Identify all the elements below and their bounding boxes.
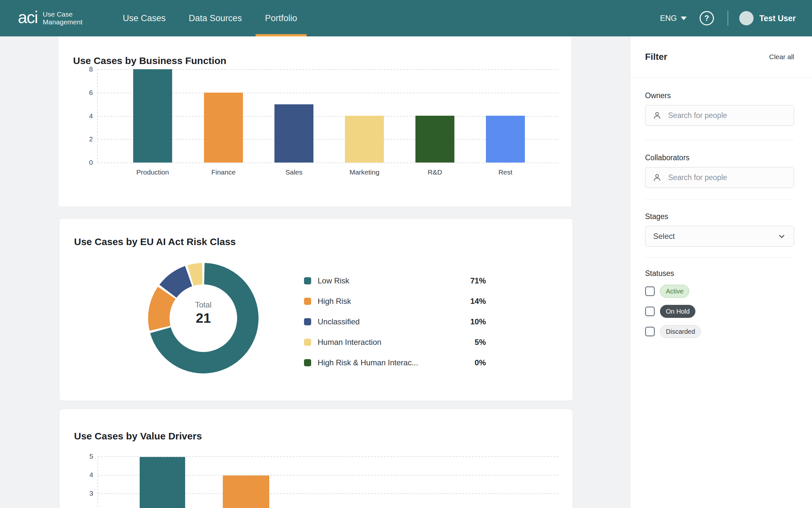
y-tick-label: 8 bbox=[79, 65, 93, 73]
status-badge-discarded[interactable]: Discarded bbox=[660, 325, 701, 338]
y-tick-label: 5 bbox=[79, 453, 93, 460]
legend-swatch bbox=[304, 277, 311, 284]
legend-swatch bbox=[304, 298, 311, 305]
y-tick-label: 4 bbox=[79, 471, 93, 479]
value-drivers-plot: 543 bbox=[98, 456, 558, 508]
status-badge-active[interactable]: Active bbox=[660, 285, 689, 298]
legend-label: Human Interaction bbox=[318, 338, 475, 347]
logo-line2: Management bbox=[43, 18, 83, 26]
logo-subtitle: Use Case Management bbox=[43, 10, 83, 26]
top-navbar: aci Use Case Management Use CasesData So… bbox=[0, 0, 812, 36]
legend-percentage: 71% bbox=[470, 276, 486, 285]
legend-item-unclassified[interactable]: Unclassified10% bbox=[304, 311, 486, 332]
y-tick-label: 6 bbox=[79, 89, 93, 96]
status-badge-on-hold[interactable]: On Hold bbox=[660, 305, 696, 318]
legend-item-high-risk-human-interac[interactable]: High Risk & Human Interac...0% bbox=[304, 352, 486, 373]
stages-select[interactable]: Select bbox=[645, 226, 794, 247]
statuses-label: Statuses bbox=[645, 269, 794, 278]
legend-percentage: 5% bbox=[475, 338, 486, 347]
legend-swatch bbox=[304, 339, 311, 346]
x-axis-label: Marketing bbox=[329, 168, 400, 176]
app-logo[interactable]: aci Use Case Management bbox=[18, 0, 83, 36]
section-divider bbox=[645, 257, 794, 257]
donut-center: Total 21 bbox=[168, 300, 239, 327]
legend-percentage: 0% bbox=[475, 358, 486, 367]
y-tick-label: 3 bbox=[79, 490, 93, 497]
help-glyph: ? bbox=[705, 14, 709, 23]
bar-rest bbox=[486, 116, 525, 163]
nav-item-portfolio[interactable]: Portfolio bbox=[256, 0, 306, 36]
legend-swatch bbox=[304, 318, 311, 325]
language-label: ENG bbox=[660, 14, 677, 23]
status-checkbox-on-hold[interactable] bbox=[645, 306, 655, 316]
portfolio-page: aci Use Case Management Use CasesData So… bbox=[0, 0, 812, 508]
filter-header: Filter Clear all bbox=[630, 36, 812, 78]
status-row-discarded: Discarded bbox=[645, 325, 794, 338]
bar-value-driver-2 bbox=[223, 475, 269, 508]
stages-select-value: Select bbox=[653, 232, 675, 241]
y-axis-line bbox=[97, 456, 98, 508]
bar-sales bbox=[275, 104, 314, 163]
person-icon bbox=[653, 111, 661, 120]
bar-r-d bbox=[416, 116, 455, 163]
legend-label: Low Risk bbox=[318, 276, 470, 285]
owners-search-box bbox=[645, 105, 794, 126]
chevron-down-icon bbox=[681, 16, 687, 20]
risk-class-title: Use Cases by EU AI Act Risk Class bbox=[74, 236, 236, 247]
legend-percentage: 14% bbox=[470, 297, 486, 306]
filter-sidebar: Filter Clear all Owners Collaborators bbox=[630, 36, 812, 508]
user-name[interactable]: Test User bbox=[759, 14, 796, 23]
collaborators-label: Collaborators bbox=[645, 154, 794, 162]
collaborators-search-input[interactable] bbox=[645, 167, 794, 188]
section-divider bbox=[645, 200, 794, 200]
value-drivers-card: Use Cases by Value Drivers 543 bbox=[59, 409, 573, 508]
value-drivers-title: Use Cases by Value Drivers bbox=[74, 431, 202, 442]
business-function-title: Use Cases by Business Function bbox=[73, 55, 226, 66]
main-nav: Use CasesData SourcesPortfolio bbox=[113, 0, 306, 36]
bar-production bbox=[133, 69, 172, 163]
status-checkbox-discarded[interactable] bbox=[645, 327, 655, 336]
owners-label: Owners bbox=[645, 91, 794, 100]
legend-item-high-risk[interactable]: High Risk14% bbox=[304, 291, 486, 311]
clear-all-button[interactable]: Clear all bbox=[769, 53, 794, 61]
y-tick-label: 0 bbox=[79, 159, 93, 166]
legend-swatch bbox=[304, 359, 311, 366]
bar-marketing bbox=[345, 116, 384, 163]
donut-total-value: 21 bbox=[168, 310, 239, 327]
y-tick-label: 2 bbox=[79, 135, 93, 143]
status-list: ActiveOn HoldDiscarded bbox=[645, 285, 794, 338]
x-axis-label: Rest bbox=[470, 168, 541, 176]
avatar[interactable] bbox=[739, 11, 754, 25]
nav-item-use-cases[interactable]: Use Cases bbox=[113, 0, 175, 36]
legend-label: High Risk & Human Interac... bbox=[318, 358, 475, 367]
header-right: ENG ? Test User bbox=[660, 0, 796, 36]
nav-item-data-sources[interactable]: Data Sources bbox=[179, 0, 251, 36]
bar-value-driver-1 bbox=[140, 457, 185, 508]
stages-label: Stages bbox=[645, 212, 794, 221]
donut-total-label: Total bbox=[168, 300, 239, 310]
y-tick-label: 4 bbox=[79, 112, 93, 120]
help-icon[interactable]: ? bbox=[700, 11, 714, 25]
legend-label: High Risk bbox=[318, 297, 470, 306]
logo-line1: Use Case bbox=[43, 10, 73, 18]
filter-body: Owners Collaborators Stages Sel bbox=[630, 91, 812, 338]
legend-item-human-interaction[interactable]: Human Interaction5% bbox=[304, 332, 486, 352]
business-function-card: Use Cases by Business Function 02468Prod… bbox=[58, 36, 571, 206]
risk-class-card: Use Cases by EU AI Act Risk Class Total … bbox=[59, 218, 573, 401]
risk-legend: Low Risk71%High Risk14%Unclassified10%Hu… bbox=[304, 270, 486, 373]
section-divider bbox=[645, 140, 794, 140]
x-axis-label: Sales bbox=[258, 168, 330, 176]
gridline bbox=[97, 163, 558, 163]
logo-mark: aci bbox=[18, 9, 37, 28]
x-axis-label: Production bbox=[117, 168, 188, 176]
owners-search-input[interactable] bbox=[645, 105, 794, 126]
x-axis-label: Finance bbox=[188, 168, 259, 176]
person-icon bbox=[653, 173, 661, 182]
status-checkbox-active[interactable] bbox=[645, 286, 655, 296]
language-selector[interactable]: ENG bbox=[660, 14, 687, 23]
header-divider bbox=[727, 11, 728, 26]
legend-item-low-risk[interactable]: Low Risk71% bbox=[304, 270, 486, 291]
bar-finance bbox=[204, 93, 243, 163]
x-axis-label: R&D bbox=[399, 168, 471, 176]
status-row-on-hold: On Hold bbox=[645, 305, 794, 318]
